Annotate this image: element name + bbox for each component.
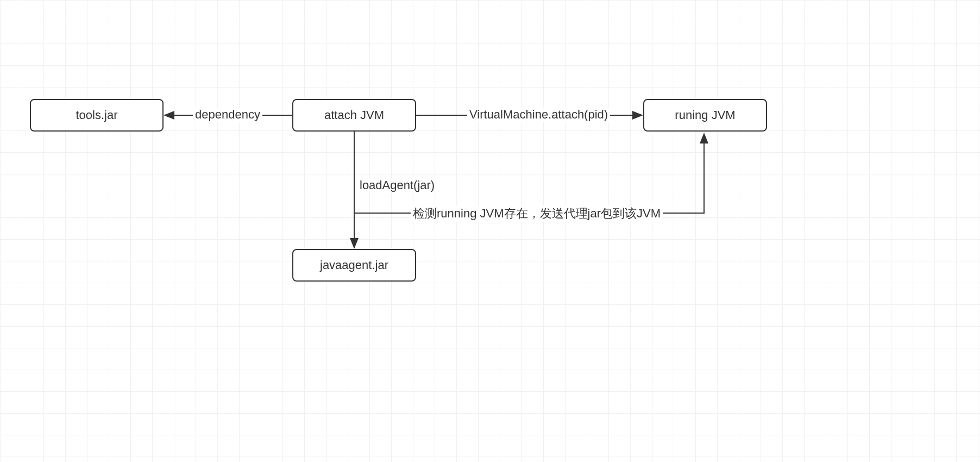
diagram-arrows — [0, 0, 980, 462]
edge-label-send-agent: 检测running JVM存在，发送代理jar包到该JVM — [411, 205, 663, 222]
node-tools-jar: tools.jar — [30, 99, 164, 132]
edge-label-dependency: dependency — [193, 108, 262, 122]
node-label: tools.jar — [76, 108, 117, 122]
node-javaagent-jar: javaagent.jar — [292, 249, 416, 282]
node-attach-jvm: attach JVM — [292, 99, 416, 132]
edge-label-load-agent: loadAgent(jar) — [357, 178, 437, 192]
node-label: javaagent.jar — [320, 258, 388, 272]
edge-label-virtual-machine-attach: VirtualMachine.attach(pid) — [467, 108, 610, 122]
node-running-jvm: runing JVM — [643, 99, 767, 132]
node-label: runing JVM — [675, 108, 735, 122]
node-label: attach JVM — [324, 108, 384, 122]
